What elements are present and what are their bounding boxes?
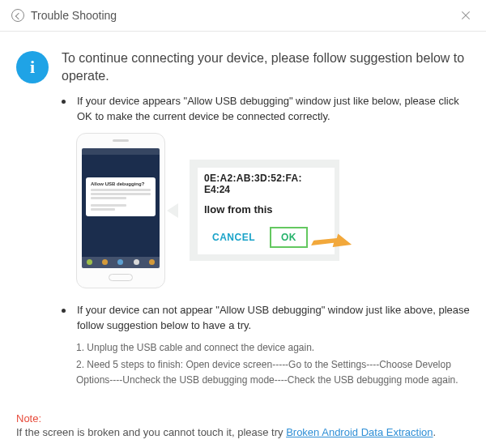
phone-dialog-title: Allow USB debugging? bbox=[91, 181, 151, 186]
window-title: Trouble Shooting bbox=[31, 9, 457, 22]
main-instruction: To continue connecting your device, plea… bbox=[62, 49, 470, 84]
content-area: i To continue connecting your device, pl… bbox=[0, 38, 486, 393]
bullet-text: If your device can not appear "Allow USB… bbox=[77, 303, 470, 334]
step-item: 1. Unplug the USB cable and connect the … bbox=[76, 340, 470, 356]
close-icon bbox=[459, 9, 472, 22]
close-button[interactable] bbox=[457, 6, 475, 24]
rsa-line-1: 0E:A2:AB:3D:52:FA: bbox=[204, 173, 328, 184]
bullet-item: If your device can not appear "Allow USB… bbox=[62, 303, 470, 334]
bullet-icon bbox=[62, 309, 66, 313]
dialog-cancel-button: CANCEL bbox=[204, 228, 263, 246]
phone-dialog: Allow USB debugging? bbox=[86, 177, 156, 216]
note-prefix: If the screen is broken and you cannot t… bbox=[16, 426, 286, 438]
divider bbox=[0, 31, 486, 32]
dialog-ok-button: OK bbox=[270, 227, 308, 248]
phone-mockup: Allow USB debugging? bbox=[76, 133, 165, 288]
callout-pointer bbox=[167, 203, 178, 218]
broken-android-link[interactable]: Broken Android Data Extraction bbox=[286, 426, 433, 438]
note-text: If the screen is broken and you cannot t… bbox=[16, 426, 470, 438]
note-suffix: . bbox=[433, 426, 437, 438]
note-label: Note: bbox=[16, 412, 470, 425]
bullet-item: If your device appears "Allow USB debugg… bbox=[62, 94, 470, 125]
app-icon bbox=[11, 9, 24, 22]
bullet-text: If your device appears "Allow USB debugg… bbox=[77, 94, 470, 125]
bullet-icon bbox=[62, 100, 66, 104]
info-icon: i bbox=[16, 51, 49, 83]
note-section: Note: If the screen is broken and you ca… bbox=[0, 412, 486, 438]
rsa-line-2: E4:24 bbox=[204, 184, 328, 195]
illustration-row: Allow USB debugging? 0E:A2:AB:3D:52:FA: bbox=[76, 133, 470, 288]
dialog-zoom: 0E:A2:AB:3D:52:FA: E4:24 llow from this … bbox=[190, 160, 339, 261]
steps-list: 1. Unplug the USB cable and connect the … bbox=[76, 340, 470, 388]
title-bar: Trouble Shooting bbox=[0, 0, 486, 31]
allow-text: llow from this bbox=[204, 203, 328, 215]
step-item: 2. Need 5 steps to finish: Open device s… bbox=[76, 357, 470, 387]
